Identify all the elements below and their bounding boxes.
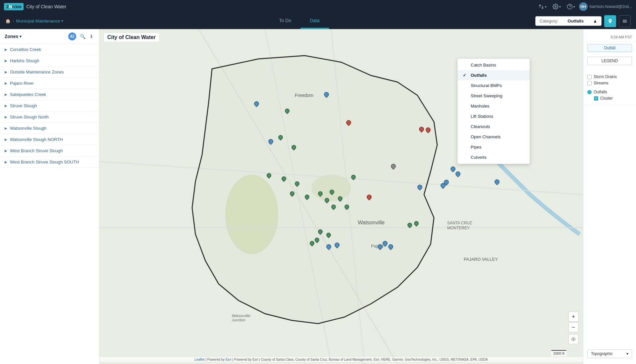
outfall-pin[interactable] <box>351 175 356 179</box>
category-select-button[interactable]: Category: Outfalls ▲ <box>535 16 602 26</box>
legend-button[interactable]: LEGEND <box>587 57 632 65</box>
outfall-pin[interactable] <box>338 196 343 201</box>
outfall-pin-red[interactable] <box>426 127 431 132</box>
category-item-label: Open Channels <box>471 134 501 139</box>
zone-item[interactable]: ▶Pajaro River <box>0 78 99 89</box>
topographic-dropdown[interactable]: Topographic ▾ <box>587 349 632 358</box>
streams-layer-row[interactable]: Streams <box>587 81 632 85</box>
map-view-button[interactable] <box>604 15 616 27</box>
zone-item[interactable]: ▶Watsonville Slough NORTH <box>0 134 99 145</box>
tab-todo[interactable]: To Do <box>270 13 301 29</box>
zone-item[interactable]: ▶Corralitos Creek <box>0 44 99 55</box>
zone-item[interactable]: ▶Salsipuedes Creek <box>0 89 99 100</box>
outfalls-layer-row[interactable]: Outfalls <box>587 90 632 94</box>
settings-icon-group[interactable]: ▾ <box>551 2 563 11</box>
storm-drains-checkbox[interactable] <box>587 75 592 79</box>
outfall-pin[interactable] <box>315 238 319 242</box>
zones-button[interactable]: Zones ▾ <box>5 34 22 39</box>
outfall-pin[interactable] <box>407 223 412 227</box>
outfall-pin[interactable] <box>305 195 309 199</box>
storm-drains-layer-row[interactable]: Storm Drains <box>587 74 632 79</box>
cluster-layer-row[interactable]: ✓ Cluster <box>587 96 632 101</box>
outfall-pin-blue[interactable] <box>383 241 388 246</box>
outfall-pin-blue[interactable] <box>455 171 460 176</box>
outfall-pin[interactable] <box>278 135 283 140</box>
svg-text:Watsonville: Watsonville <box>232 314 250 318</box>
outfall-pin[interactable] <box>310 241 314 246</box>
category-item-cleanouts[interactable]: Cleanouts <box>457 121 530 132</box>
zone-item[interactable]: ▶Outside Maintenance Zones <box>0 67 99 78</box>
zone-item[interactable]: ▶Watsonville Slough <box>0 123 99 134</box>
category-item-outfalls[interactable]: ✓ Outfalls <box>457 70 530 80</box>
outfall-pin-blue[interactable] <box>335 243 340 248</box>
zoom-in-button[interactable]: + <box>568 312 578 322</box>
outfall-pin[interactable] <box>285 109 290 113</box>
outfall-pin[interactable] <box>292 145 296 150</box>
outfall-pin[interactable] <box>331 205 336 209</box>
zoom-out-button[interactable]: − <box>568 322 578 332</box>
category-item-open-channels[interactable]: Open Channels <box>457 132 530 142</box>
category-item-manholes[interactable]: Manholes <box>457 101 530 111</box>
outfall-pin[interactable] <box>330 190 334 194</box>
outfall-pin[interactable] <box>290 191 294 196</box>
outfall-pin[interactable] <box>282 176 286 181</box>
category-item-pipes[interactable]: Pipes <box>457 142 530 152</box>
breadcrumb-separator: › <box>13 19 14 23</box>
download-button[interactable]: ⬇ <box>88 33 94 40</box>
category-item-catch-basins[interactable]: Catch Basins <box>457 60 530 70</box>
zone-item[interactable]: ▶Struve Slough <box>0 100 99 112</box>
cluster-checkbox[interactable]: ✓ <box>594 96 598 101</box>
zone-item[interactable]: ▶Struve Slough North <box>0 112 99 123</box>
category-item-street-sweeping[interactable]: Street Sweeping <box>457 91 530 101</box>
outfall-pin[interactable] <box>318 229 323 234</box>
outfall-pin-blue[interactable] <box>254 101 259 106</box>
outfall-pin-blue[interactable] <box>268 139 273 144</box>
zone-arrow: ▶ <box>5 48 7 51</box>
outfall-pin[interactable] <box>295 181 299 186</box>
transfer-icon-group[interactable]: ▾ <box>536 2 549 11</box>
outfalls-label: Outfalls <box>594 90 607 94</box>
leaflet-link[interactable]: Leaflet <box>194 358 204 361</box>
category-item-structural-bmps[interactable]: Structural BMPs <box>457 80 530 91</box>
breadcrumb-current[interactable]: Municipal Maintenance ▾ <box>16 19 63 23</box>
home-icon[interactable]: 🏠 <box>5 19 11 23</box>
outfall-pin[interactable] <box>326 233 331 237</box>
outfall-pin[interactable] <box>344 205 349 209</box>
tab-data[interactable]: Data <box>300 13 329 29</box>
user-area[interactable]: HH harrison.howard@2nd... <box>579 2 632 11</box>
outfall-pin-gray[interactable] <box>391 164 396 169</box>
streams-checkbox[interactable] <box>587 81 592 85</box>
outfall-pin[interactable] <box>318 191 323 196</box>
outfall-pin-red[interactable] <box>367 195 372 200</box>
app-title: City of Clean Water <box>26 4 66 9</box>
outfall-pin[interactable] <box>267 173 271 178</box>
outfall-pin[interactable] <box>414 221 419 226</box>
zone-item[interactable]: ▶West Branch Struve Slough <box>0 145 99 157</box>
outfall-pin-blue[interactable] <box>495 179 500 184</box>
zones-chevron: ▾ <box>20 34 22 39</box>
list-view-button[interactable] <box>619 15 631 27</box>
outfalls-radio[interactable] <box>587 90 592 94</box>
outfall-pin-blue[interactable] <box>441 183 446 188</box>
category-item-culverts[interactable]: Culverts <box>457 152 530 162</box>
map-container[interactable]: City of Clean Water Freedom Watsonvil <box>99 29 583 364</box>
help-icon-group[interactable]: ▾ <box>565 2 577 11</box>
outfall-pin-blue[interactable] <box>378 244 383 249</box>
outfall-pin-blue[interactable] <box>324 92 329 97</box>
zone-label: Struve Slough <box>10 103 37 108</box>
logo-n2: N <box>9 4 12 9</box>
esri-link[interactable]: Esri <box>226 358 231 361</box>
zone-item[interactable]: ▶West Branch Struve Slough SOUTH <box>0 157 99 168</box>
locate-button[interactable] <box>568 334 578 344</box>
zone-item[interactable]: ▶Harkins Slough <box>0 55 99 67</box>
outfall-pin-blue[interactable] <box>417 185 422 190</box>
outfall-pin[interactable] <box>325 198 329 203</box>
outfall-pin-blue[interactable] <box>326 244 331 249</box>
outfall-pin-red[interactable] <box>346 120 351 125</box>
search-button[interactable]: 🔍 <box>79 33 86 40</box>
category-item-lift-stations[interactable]: Lift Stations <box>457 111 530 121</box>
sidebar: Zones ▾ 42 🔍 ⬇ ▶Corralitos Creek ▶Harkin… <box>0 29 99 364</box>
outfall-pin-red[interactable] <box>419 127 424 132</box>
outfall-pin-blue[interactable] <box>388 244 393 249</box>
outfall-pin-blue[interactable] <box>450 166 455 171</box>
